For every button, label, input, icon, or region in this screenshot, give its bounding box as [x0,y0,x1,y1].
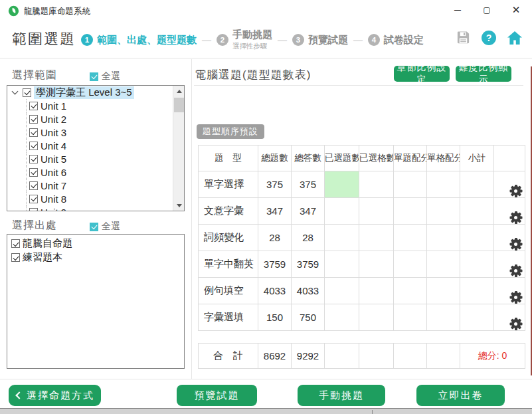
step-2-badge: 2 [217,34,228,46]
tree-root-label[interactable]: 學測字彙王 Level 3~5 [34,86,134,99]
points-per-blank-cell[interactable] [427,171,460,198]
step-2-title: 手動挑題 [232,29,272,41]
points-per-question-cell[interactable] [394,251,427,278]
source-select-all-checkbox[interactable] [90,223,98,231]
selected-questions-cell[interactable] [325,251,359,278]
unit-checkbox[interactable] [29,155,38,163]
save-icon[interactable] [456,30,471,45]
unit-label[interactable]: Unit 6 [41,167,66,178]
source-label[interactable]: 練習題本 [23,251,62,264]
unit-label[interactable]: Unit 7 [41,180,66,191]
range-select-all-checkbox[interactable] [90,72,98,81]
selected-questions-cell[interactable] [325,171,359,198]
points-per-blank-cell[interactable] [427,304,460,331]
unit-label[interactable]: Unit 9 [41,207,66,211]
selected-blanks-cell[interactable] [359,278,394,304]
unit-checkbox[interactable] [29,208,38,211]
source-item[interactable]: 練習題本 [9,251,183,264]
help-icon[interactable]: ? [482,31,496,45]
selected-blanks-cell[interactable] [359,171,394,198]
unit-label[interactable]: Unit 5 [41,154,66,165]
unit-label[interactable]: Unit 4 [41,140,66,152]
generate-exam-button[interactable]: 立即出卷 [416,385,505,406]
scroll-down-icon[interactable] [173,200,185,211]
unit-label[interactable]: Unit 8 [41,193,66,205]
tree-unit-row[interactable]: Unit 4 [7,139,173,152]
total-questions: 150 [258,304,292,331]
selected-blanks-cell[interactable] [359,251,394,278]
points-per-question-cell[interactable] [394,171,427,198]
totals-empty-cell [427,344,460,369]
question-order-tag[interactable]: 題型順序預設 [197,124,264,139]
tree-unit-row[interactable]: Unit 6 [7,165,173,179]
unit-checkbox[interactable] [29,181,38,190]
row-settings-cell [494,251,525,278]
chapter-ratio-button[interactable]: 章節比例設定 [394,66,450,82]
step-3-badge: 3 [292,34,304,46]
table-row: 單字中翻英 3759 3759 [199,251,525,278]
selected-questions-cell[interactable] [325,225,359,251]
tree-scrollbar[interactable] [173,86,184,211]
source-checkbox[interactable] [11,239,20,248]
tree-unit-row[interactable]: Unit 8 [7,192,173,205]
points-per-question-cell[interactable] [394,304,427,331]
unit-checkbox[interactable] [29,102,38,110]
tree-unit-row[interactable]: Unit 7 [7,179,173,192]
chevron-left-icon [15,391,23,399]
points-per-question-cell[interactable] [394,198,427,225]
tree-unit-row[interactable]: Unit 1 [7,99,173,112]
minimize-button[interactable]: ─ [443,0,472,21]
points-per-blank-cell[interactable] [427,198,460,225]
unit-label[interactable]: Unit 3 [41,127,66,138]
tree-unit-row[interactable]: Unit 5 [7,152,173,165]
total-questions: 4033 [258,278,292,304]
type-name: 字彙選填 [199,304,258,331]
unit-label[interactable]: Unit 2 [41,114,66,125]
tree-root-row[interactable]: 學測字彙王 Level 3~5 [7,86,173,99]
source-section-title: 選擇出處 [12,219,57,233]
tree-unit-row[interactable]: Unit 3 [7,126,173,139]
subtotal-cell [460,198,494,225]
home-icon[interactable] [507,31,523,45]
range-select-all[interactable]: 全選 [90,70,120,82]
selected-questions-cell[interactable] [325,304,359,331]
step-1-range: 1 範圍、出處、題型題數 [81,34,197,47]
source-select-all[interactable]: 全選 [90,221,120,233]
table-row: 單字選擇 375 375 [199,171,525,198]
scroll-up-icon[interactable] [173,86,185,96]
chevron-down-icon[interactable] [12,88,19,95]
type-name: 單字選擇 [199,171,258,198]
source-checkbox[interactable] [11,253,20,262]
tree-unit-row[interactable]: Unit 2 [7,112,173,126]
selected-blanks-cell[interactable] [359,225,394,251]
source-label[interactable]: 龍騰自命題 [23,237,72,250]
source-item[interactable]: 龍騰自命題 [9,237,183,251]
unit-checkbox[interactable] [29,142,38,150]
unit-label[interactable]: Unit 1 [41,100,66,112]
totals-empty-cell [394,344,427,369]
preview-questions-button[interactable]: 預覽試題 [177,385,257,406]
tree-unit-row[interactable]: Unit 9 [7,205,173,211]
points-per-blank-cell[interactable] [427,225,460,251]
maximize-button[interactable]: ▢ [472,0,501,21]
unit-checkbox[interactable] [29,168,38,177]
manual-pick-button[interactable]: 手動挑題 [298,385,385,406]
unit-checkbox[interactable] [29,115,38,124]
step-dash: — [353,35,363,45]
selected-blanks-cell[interactable] [359,198,394,225]
points-per-question-cell[interactable] [394,225,427,251]
selected-blanks-cell[interactable] [359,304,394,331]
points-per-blank-cell[interactable] [427,251,460,278]
type-name: 例句填空 [199,278,258,304]
unit-checkbox[interactable] [29,195,38,203]
back-to-method-button[interactable]: 選擇命題方式 [9,385,101,406]
close-button[interactable]: ✕ [501,0,531,21]
points-per-question-cell[interactable] [394,278,427,304]
tree-root-checkbox[interactable] [23,88,31,97]
scrollbar-thumb[interactable] [174,98,184,112]
selected-questions-cell[interactable] [325,278,359,304]
difficulty-ratio-button[interactable]: 難度比例顯示 [456,66,511,82]
selected-questions-cell[interactable] [325,198,359,225]
unit-checkbox[interactable] [29,128,38,137]
points-per-blank-cell[interactable] [427,278,460,304]
